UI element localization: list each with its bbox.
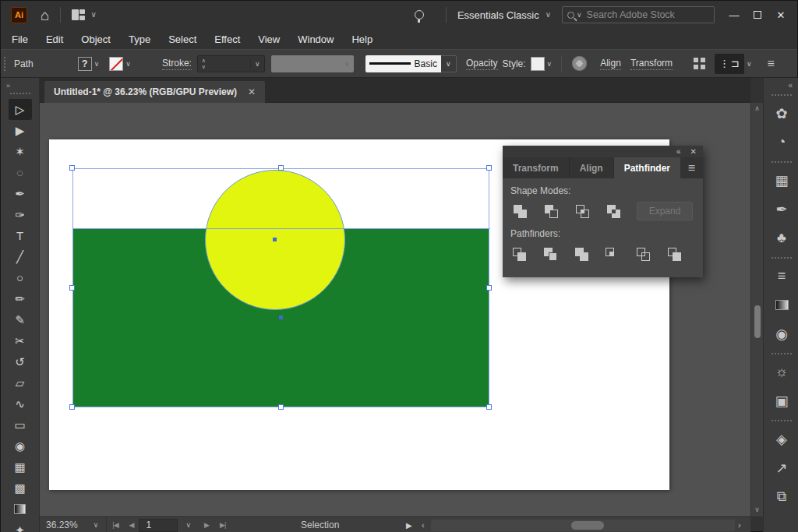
shaper-tool[interactable]: ✎ — [9, 309, 32, 330]
scroll-down-icon[interactable]: ∨ — [754, 504, 760, 515]
stroke-color-swatch[interactable] — [109, 57, 123, 71]
unite-button[interactable] — [510, 202, 529, 220]
panel-close-icon[interactable]: ✕ — [690, 147, 697, 156]
stroke-weight-label[interactable]: Stroke: — [162, 58, 192, 70]
tab-transform[interactable]: Transform — [503, 157, 570, 178]
artboard-number-field[interactable]: 1 — [139, 519, 178, 532]
pen-tool[interactable]: ✒ — [9, 183, 32, 204]
stepper-down-icon[interactable]: ∨ — [202, 64, 206, 69]
zoom-level-value[interactable]: 36.23% — [40, 520, 86, 530]
menu-select[interactable]: Select — [168, 33, 196, 45]
control-bar-grip[interactable] — [4, 57, 8, 71]
scroll-left-icon[interactable]: ‹ — [422, 520, 425, 530]
home-icon[interactable]: ⌂ — [41, 8, 49, 23]
recolor-artwork-icon[interactable] — [572, 56, 587, 71]
status-expand-icon[interactable]: ▶ — [406, 521, 412, 530]
menu-view[interactable]: View — [258, 33, 280, 45]
canvas-area[interactable]: « ✕ Transform Align Pathfinder ≡ Shape M… — [40, 103, 750, 516]
lasso-tool[interactable]: ◌ — [9, 162, 32, 183]
menu-edit[interactable]: Edit — [46, 33, 63, 45]
stroke-stepper[interactable]: ∧ ∨ — [198, 58, 210, 69]
minus-back-button[interactable] — [666, 245, 683, 263]
fill-color-swatch[interactable]: ? — [78, 57, 92, 71]
app-logo-icon[interactable]: Ai — [11, 7, 27, 23]
toolbar-grip[interactable] — [10, 93, 30, 94]
menu-file[interactable]: File — [12, 33, 28, 45]
asset-export-panel-button[interactable]: ↗ — [764, 453, 798, 482]
paintbrush-tool[interactable]: ✏ — [9, 288, 32, 309]
stroke-panel-button[interactable]: ≡ — [764, 262, 798, 291]
exclude-button[interactable] — [604, 202, 623, 220]
close-button[interactable]: ✕ — [769, 5, 793, 25]
magic-wand-tool[interactable]: ✶ — [9, 141, 32, 162]
vertical-scrollbar[interactable]: ∧ ∨ — [750, 103, 763, 516]
menu-type[interactable]: Type — [129, 33, 150, 45]
maximize-button[interactable] — [746, 5, 769, 25]
previous-artboard-button[interactable]: ◀ — [124, 521, 139, 529]
line-segment-tool[interactable]: ╱ — [9, 246, 32, 267]
perspective-grid-tool[interactable]: ▦ — [9, 456, 32, 477]
mesh-tool[interactable]: ▩ — [9, 477, 32, 499]
chevron-down-icon[interactable]: ∨ — [546, 11, 551, 19]
stepper-up-icon[interactable]: ∧ — [202, 58, 206, 63]
horizontal-scrollbar-thumb[interactable] — [571, 521, 604, 530]
gradient-panel-button[interactable] — [764, 291, 798, 319]
layers-panel-button[interactable]: ◈ — [764, 425, 798, 453]
menu-help[interactable]: Help — [351, 33, 373, 45]
chevron-down-icon[interactable]: ∨ — [125, 60, 131, 68]
curvature-tool[interactable]: ✑ — [9, 204, 32, 225]
circle-center-point[interactable] — [273, 238, 277, 241]
zoom-dropdown-icon[interactable]: ∨ — [86, 521, 107, 529]
eyedropper-tool[interactable]: ✦ — [9, 520, 32, 532]
selection-tool[interactable]: ▷ — [9, 99, 32, 120]
workspace-switcher-label[interactable]: Essentials Classic — [457, 9, 539, 21]
color-guide-panel-button[interactable]: ◔ — [764, 128, 798, 157]
scale-tool[interactable]: ▱ — [9, 372, 32, 393]
vertical-scrollbar-thumb[interactable] — [754, 305, 761, 338]
type-tool[interactable]: T — [9, 225, 32, 246]
rectangle-center-point[interactable] — [279, 315, 283, 319]
next-artboard-button[interactable]: ▶ — [199, 521, 214, 529]
align-link[interactable]: Align — [600, 58, 621, 70]
control-bar-menu-icon[interactable]: ≡ — [768, 57, 775, 71]
shape-builder-tool[interactable]: ◉ — [9, 435, 32, 456]
artboards-panel-button[interactable]: ⧉ — [764, 482, 798, 511]
selection-handle-bottom-center[interactable] — [278, 404, 284, 410]
merge-button[interactable] — [573, 245, 591, 263]
selection-bounding-box[interactable] — [72, 168, 489, 407]
dock-collapse-icon[interactable]: « — [764, 78, 798, 90]
selection-handle-top-left[interactable] — [69, 165, 75, 171]
opacity-link[interactable]: Opacity — [466, 58, 498, 70]
document-tab[interactable]: Untitled-1* @ 36.23% (RGB/GPU Preview) ✕ — [44, 81, 265, 103]
scissors-tool[interactable]: ✂ — [9, 330, 32, 351]
minimize-button[interactable]: — — [722, 5, 746, 25]
chevron-down-icon[interactable]: ∨ — [94, 60, 100, 68]
minus-front-button[interactable] — [542, 202, 560, 220]
selection-handle-middle-right[interactable] — [486, 285, 492, 291]
panel-collapse-icon[interactable]: « — [676, 147, 681, 156]
stroke-weight-field[interactable]: ∧ ∨ ∨ — [197, 55, 265, 72]
last-artboard-button[interactable]: ▶| — [214, 521, 231, 529]
panel-dock-button[interactable]: ⋮ ⊐ — [715, 54, 744, 74]
crop-button[interactable] — [603, 245, 621, 263]
chevron-down-icon[interactable]: ∨ — [547, 60, 553, 68]
divide-button[interactable] — [510, 245, 528, 263]
gradient-tool[interactable] — [9, 499, 32, 520]
scroll-up-icon[interactable]: ∧ — [754, 103, 760, 114]
graphic-style-swatch[interactable] — [531, 57, 545, 71]
intersect-button[interactable] — [573, 202, 591, 220]
appearance-panel-button[interactable]: ☼ — [764, 358, 798, 386]
all-tools-grid-icon[interactable] — [694, 58, 705, 69]
ellipse-tool[interactable]: ○ — [9, 267, 32, 288]
selection-handle-top-right[interactable] — [486, 165, 492, 171]
search-adobe-stock-input[interactable]: ∨ Search Adobe Stock — [562, 6, 715, 23]
width-tool[interactable]: ∿ — [9, 393, 32, 414]
tab-close-icon[interactable]: ✕ — [248, 86, 256, 97]
symbols-panel-button[interactable]: ♣ — [764, 224, 798, 252]
stroke-weight-value[interactable] — [210, 56, 250, 72]
panel-menu-icon[interactable]: ≡ — [688, 157, 695, 178]
selection-handle-middle-left[interactable] — [69, 285, 75, 291]
outline-button[interactable] — [634, 245, 652, 263]
menu-object[interactable]: Object — [81, 33, 111, 45]
toolbar-expand-icon[interactable]: » — [1, 78, 39, 91]
